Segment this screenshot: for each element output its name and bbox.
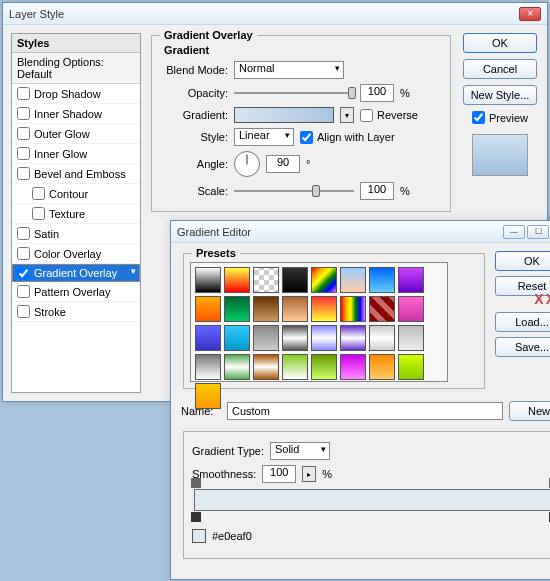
style-item-drop-shadow[interactable]: Drop Shadow [12,84,140,104]
angle-value[interactable]: 90 [266,155,300,173]
style-item-inner-glow[interactable]: Inner Glow [12,144,140,164]
maximize-icon[interactable]: ☐ [527,225,549,239]
style-checkbox[interactable] [17,107,30,120]
reverse-checkbox[interactable]: Reverse [360,109,418,122]
gradient-dropdown-icon[interactable]: ▾ [340,107,354,123]
minimize-icon[interactable]: — [503,225,525,239]
style-checkbox[interactable] [17,247,30,260]
style-item-bevel-and-emboss[interactable]: Bevel and Emboss [12,164,140,184]
new-button[interactable]: New [509,401,550,421]
style-checkbox[interactable] [32,187,45,200]
preset-swatch[interactable] [311,325,337,351]
preset-grid[interactable] [190,262,448,382]
color-stop-left[interactable] [191,512,201,522]
style-checkbox[interactable] [17,305,30,318]
preset-swatch[interactable] [195,354,221,380]
style-item-pattern-overlay[interactable]: Pattern Overlay [12,282,140,302]
ok-button[interactable]: OK [463,33,537,53]
style-checkbox[interactable] [17,227,30,240]
style-checkbox[interactable] [17,87,30,100]
preset-swatch[interactable] [195,383,221,409]
style-item-outer-glow[interactable]: Outer Glow [12,124,140,144]
style-checkbox[interactable] [17,147,30,160]
style-item-satin[interactable]: Satin [12,224,140,244]
preset-swatch[interactable] [195,267,221,293]
style-checkbox[interactable] [32,207,45,220]
preset-swatch[interactable] [224,325,250,351]
preset-swatch[interactable] [195,325,221,351]
blend-mode-select[interactable]: Normal [234,61,344,79]
scale-value[interactable]: 100 [360,182,394,200]
blending-options[interactable]: Blending Options: Default [12,53,140,84]
opacity-value[interactable]: 100 [360,84,394,102]
style-checkbox[interactable] [17,167,30,180]
preset-swatch[interactable] [311,296,337,322]
opacity-stop-left[interactable] [191,478,201,488]
new-style-button[interactable]: New Style... [463,85,537,105]
preset-swatch[interactable] [340,267,366,293]
preset-swatch[interactable] [253,354,279,380]
type-select[interactable]: Solid [270,442,330,460]
preset-swatch[interactable] [369,354,395,380]
preset-swatch[interactable] [340,325,366,351]
layer-style-titlebar[interactable]: Layer Style ✕ [3,3,547,25]
gradient-swatch[interactable] [234,107,334,123]
align-checkbox[interactable]: Align with Layer [300,131,395,144]
preset-swatch[interactable] [369,325,395,351]
color-hex: #e0eaf0 [212,530,252,542]
preset-swatch[interactable] [340,296,366,322]
preset-swatch[interactable] [340,354,366,380]
preset-swatch[interactable] [282,267,308,293]
ge-save-button[interactable]: Save... [495,337,550,357]
gradient-bar[interactable] [194,489,550,511]
style-label: Contour [49,188,88,200]
preview-checkbox[interactable]: Preview [472,111,528,124]
subgroup-title: Gradient [164,44,444,56]
close-icon[interactable]: ✕ [519,7,541,21]
preset-swatch[interactable] [282,325,308,351]
style-item-inner-shadow[interactable]: Inner Shadow [12,104,140,124]
preset-swatch[interactable] [224,267,250,293]
preset-swatch[interactable] [253,296,279,322]
style-label: Pattern Overlay [34,286,110,298]
preset-swatch[interactable] [369,296,395,322]
style-checkbox[interactable] [17,267,30,280]
cancel-button[interactable]: Cancel [463,59,537,79]
name-input[interactable] [227,402,503,420]
angle-dial[interactable] [234,151,260,177]
style-label: Drop Shadow [34,88,101,100]
style-select[interactable]: Linear [234,128,294,146]
preset-swatch[interactable] [398,325,424,351]
style-item-texture[interactable]: Texture [12,204,140,224]
style-item-contour[interactable]: Contour [12,184,140,204]
preset-swatch[interactable] [253,267,279,293]
style-item-stroke[interactable]: Stroke [12,302,140,322]
preset-swatch[interactable] [311,267,337,293]
color-chip[interactable] [192,529,206,543]
gradient-editor-titlebar[interactable]: Gradient Editor — ☐ ✕ [171,221,550,243]
preset-swatch[interactable] [224,354,250,380]
style-item-gradient-overlay[interactable]: Gradient Overlay [12,264,140,282]
preset-swatch[interactable] [224,296,250,322]
ge-load-button[interactable]: Load... [495,312,550,332]
smooth-stepper-icon[interactable]: ▸ [302,466,316,482]
style-label: Style: [158,131,228,143]
group-title: Gradient Overlay [160,29,257,41]
preset-swatch[interactable] [195,296,221,322]
preset-swatch[interactable] [253,325,279,351]
preset-swatch[interactable] [282,354,308,380]
preset-swatch[interactable] [398,267,424,293]
styles-header[interactable]: Styles [12,34,140,53]
preset-swatch[interactable] [369,267,395,293]
smooth-value[interactable]: 100 [262,465,296,483]
opacity-slider[interactable] [234,86,354,100]
style-checkbox[interactable] [17,127,30,140]
style-item-color-overlay[interactable]: Color Overlay [12,244,140,264]
scale-slider[interactable] [234,184,354,198]
preset-swatch[interactable] [398,296,424,322]
ge-ok-button[interactable]: OK [495,251,550,271]
preset-swatch[interactable] [398,354,424,380]
preset-swatch[interactable] [282,296,308,322]
preset-swatch[interactable] [311,354,337,380]
style-checkbox[interactable] [17,285,30,298]
